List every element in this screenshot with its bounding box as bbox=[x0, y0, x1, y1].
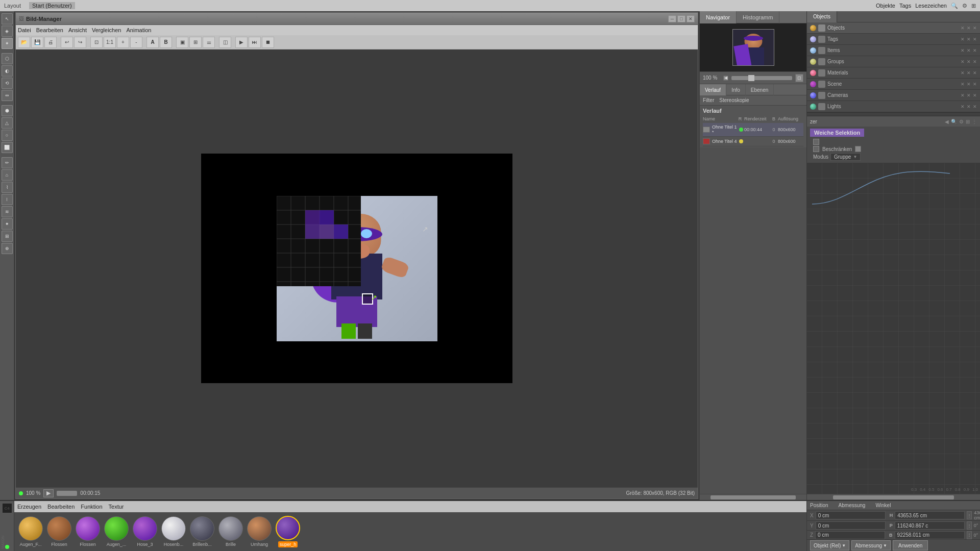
obj-item-4[interactable]: Groups ✕ ✕ ✕ bbox=[807, 56, 980, 67]
mat-menu-bearbeiten[interactable]: Bearbeiten bbox=[47, 504, 75, 510]
tool-2[interactable]: ◈ bbox=[2, 26, 13, 37]
tr-input-z[interactable] bbox=[815, 531, 885, 539]
tr-input-h[interactable] bbox=[895, 511, 965, 519]
tab-verlauf[interactable]: Verlauf bbox=[700, 84, 726, 95]
abmessung-dropdown[interactable]: Abmessung ▼ bbox=[851, 540, 891, 550]
tool-18[interactable]: ⊞ bbox=[2, 231, 13, 242]
maximize-button[interactable]: □ bbox=[677, 15, 685, 22]
tr-spin-b[interactable]: ⋮ bbox=[967, 531, 972, 539]
gear-icon[interactable]: ⚙ bbox=[962, 3, 967, 9]
tr-spin-p[interactable]: ⋮ bbox=[967, 521, 972, 530]
zoom-fit-btn[interactable]: ⊡ bbox=[795, 74, 803, 82]
tb-view[interactable]: ⊞ bbox=[189, 37, 202, 48]
tb-stop[interactable]: ⏹ bbox=[262, 37, 274, 48]
tool-14[interactable]: ⌇ bbox=[2, 182, 13, 193]
zoom-slider[interactable] bbox=[731, 76, 792, 80]
verlauf-row-2[interactable]: Ohne Titel 4 0 800x600 bbox=[703, 137, 803, 146]
layout-value[interactable]: Start (Benutzer) bbox=[29, 2, 75, 9]
tb-a[interactable]: A bbox=[146, 37, 159, 48]
tb-renderall[interactable]: ⏭ bbox=[249, 37, 261, 48]
tab-ebenen[interactable]: Ebenen bbox=[746, 84, 774, 95]
tb-zoom-in[interactable]: + bbox=[117, 37, 129, 48]
play-button[interactable]: ▶ bbox=[43, 489, 54, 497]
obj-item-1[interactable]: Objects ✕ ✕ ✕ bbox=[807, 22, 980, 34]
menu-vergleichen[interactable]: Vergleichen bbox=[92, 27, 121, 33]
tool-16[interactable]: ≋ bbox=[2, 206, 13, 217]
tb-region[interactable]: ▣ bbox=[176, 37, 188, 48]
tb-channel[interactable]: ◫ bbox=[219, 37, 231, 48]
stereoskopie-btn[interactable]: Stereoskopie bbox=[719, 97, 749, 103]
transform-abmessung-tab[interactable]: Abmessung bbox=[839, 503, 866, 508]
expand-icon[interactable]: ⊞ bbox=[971, 3, 976, 9]
mat-item-flossen2[interactable]: Flossen bbox=[76, 516, 100, 547]
tab-navigator[interactable]: Navigator bbox=[700, 11, 737, 23]
tab-lesezeichen[interactable]: Lesezeichen bbox=[915, 3, 947, 9]
tb-render[interactable]: ▶ bbox=[235, 37, 248, 48]
tool-7[interactable]: ⇔ bbox=[2, 90, 13, 101]
transform-position-tab[interactable]: Position bbox=[810, 503, 828, 508]
graph-scrollbar[interactable] bbox=[807, 494, 980, 500]
tr-input-b[interactable] bbox=[895, 531, 965, 539]
mat-item-brillenb[interactable]: Brillenb... bbox=[190, 516, 214, 547]
mat-item-hose3[interactable]: Hose_3 bbox=[133, 516, 157, 547]
prop-arrow[interactable]: ◀ bbox=[945, 119, 949, 124]
tool-15[interactable]: ⁞ bbox=[2, 194, 13, 205]
tool-select[interactable]: ↖ bbox=[2, 13, 13, 24]
tb-save[interactable]: 💾 bbox=[31, 37, 43, 48]
prop-search[interactable]: 🔍 bbox=[951, 119, 957, 124]
tab-info[interactable]: Info bbox=[726, 84, 746, 95]
tb-b[interactable]: B bbox=[160, 37, 172, 48]
search-icon[interactable]: 🔍 bbox=[951, 3, 958, 9]
tool-5[interactable]: ◐ bbox=[2, 65, 13, 77]
tb-print[interactable]: 🖨 bbox=[44, 37, 57, 48]
weiche-checkbox-main[interactable] bbox=[813, 139, 819, 145]
tool-13[interactable]: ⌂ bbox=[2, 169, 13, 181]
mat-item-superh[interactable]: super_h bbox=[276, 516, 300, 547]
tb-undo[interactable]: ↩ bbox=[61, 37, 73, 48]
beschraenken-checkbox[interactable] bbox=[813, 146, 819, 152]
mat-menu-erzeugen[interactable]: Erzeugen bbox=[17, 504, 41, 510]
modus-dropdown[interactable]: Gruppe ▼ bbox=[830, 153, 861, 161]
mat-item-augen2[interactable]: Augen_... bbox=[104, 516, 129, 547]
menu-ansicht[interactable]: Ansicht bbox=[68, 27, 87, 33]
close-button[interactable]: ✕ bbox=[687, 15, 695, 22]
prop-expand[interactable]: ⊞ bbox=[966, 119, 970, 124]
verlauf-row-1[interactable]: Ohne Titel 1 * 00:00:44 0 800x600 bbox=[703, 123, 803, 137]
tab-histogramm[interactable]: Histogramm bbox=[737, 11, 779, 23]
transform-winkel-tab[interactable]: Winkel bbox=[875, 503, 891, 508]
obj-item-7[interactable]: Cameras ✕ ✕ ✕ bbox=[807, 90, 980, 101]
tb-compare[interactable]: ⚌ bbox=[203, 37, 215, 48]
minimize-button[interactable]: ─ bbox=[668, 15, 676, 22]
mat-menu-funktion[interactable]: Funktion bbox=[81, 504, 102, 510]
tb-open[interactable]: 📂 bbox=[18, 37, 30, 48]
mat-item-umhang[interactable]: Umhang bbox=[247, 516, 272, 547]
zoom-expand[interactable]: ◀ bbox=[723, 76, 728, 81]
tb-zoom-fit[interactable]: ⊡ bbox=[90, 37, 103, 48]
anwenden-button[interactable]: Anwenden bbox=[893, 540, 928, 550]
tb-redo[interactable]: ↪ bbox=[74, 37, 86, 48]
mat-item-augen[interactable]: Augen_F... bbox=[18, 516, 43, 547]
mat-item-hosenb[interactable]: Hosenb... bbox=[161, 516, 186, 547]
filter-btn[interactable]: Filter bbox=[703, 97, 714, 103]
prop-dots[interactable]: ⋮ bbox=[972, 119, 977, 124]
tool-8[interactable]: ⬢ bbox=[2, 105, 13, 116]
obj-item-6[interactable]: Scene ✕ ✕ ✕ bbox=[807, 79, 980, 90]
menu-animation[interactable]: Animation bbox=[126, 27, 151, 33]
obj-item-2[interactable]: Tags ✕ ✕ ✕ bbox=[807, 34, 980, 45]
tool-19[interactable]: ⊕ bbox=[2, 243, 13, 254]
tb-zoom-100[interactable]: 1:1 bbox=[104, 37, 116, 48]
tr-input-x[interactable] bbox=[816, 511, 886, 519]
mat-item-brille[interactable]: Brille bbox=[218, 516, 243, 547]
tr-spin-h[interactable]: ⋮ bbox=[967, 511, 972, 519]
menu-bearbeiten[interactable]: Bearbeiten bbox=[36, 27, 63, 33]
menu-datei[interactable]: Datei bbox=[18, 27, 31, 33]
tool-17[interactable]: ⁕ bbox=[2, 218, 13, 230]
prop-gear[interactable]: ⚙ bbox=[959, 119, 964, 124]
tool-11[interactable]: ⬜ bbox=[2, 142, 13, 153]
mat-item-flossen1[interactable]: Flossen bbox=[47, 516, 71, 547]
tool-6[interactable]: ⟲ bbox=[2, 78, 13, 89]
obj-item-8[interactable]: Lights ✕ ✕ ✕ bbox=[807, 101, 980, 112]
tool-12[interactable]: ✏ bbox=[2, 157, 13, 168]
tb-zoom-out[interactable]: - bbox=[130, 37, 142, 48]
tr-input-p[interactable] bbox=[895, 521, 965, 530]
